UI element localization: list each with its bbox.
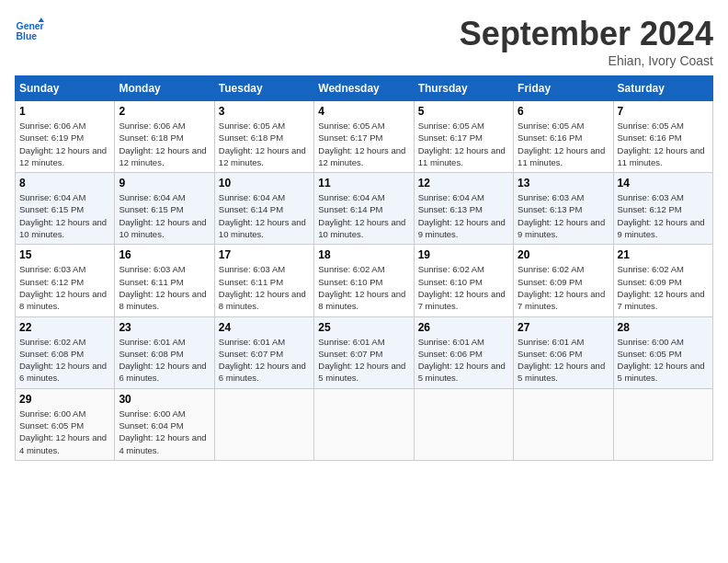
day-info: Sunrise: 6:02 AMSunset: 6:09 PMDaylight:…	[618, 263, 709, 312]
day-info: Sunrise: 6:04 AMSunset: 6:15 PMDaylight:…	[119, 191, 210, 240]
calendar-cell: 30Sunrise: 6:00 AMSunset: 6:04 PMDayligh…	[115, 388, 214, 460]
calendar-cell: 4Sunrise: 6:05 AMSunset: 6:17 PMDaylight…	[314, 101, 414, 173]
day-info: Sunrise: 6:04 AMSunset: 6:15 PMDaylight:…	[19, 191, 110, 240]
calendar-cell: 13Sunrise: 6:03 AMSunset: 6:13 PMDayligh…	[514, 173, 613, 245]
calendar-week-2: 8Sunrise: 6:04 AMSunset: 6:15 PMDaylight…	[16, 173, 713, 245]
calendar-cell: 15Sunrise: 6:03 AMSunset: 6:12 PMDayligh…	[16, 245, 115, 316]
day-number: 27	[518, 321, 609, 334]
day-info: Sunrise: 6:01 AMSunset: 6:07 PMDaylight:…	[219, 336, 310, 385]
day-number: 23	[119, 321, 210, 334]
weekday-friday: Friday	[514, 76, 613, 101]
weekday-header-row: SundayMondayTuesdayWednesdayThursdayFrid…	[16, 76, 713, 101]
day-number: 7	[618, 105, 709, 118]
day-info: Sunrise: 6:01 AMSunset: 6:08 PMDaylight:…	[119, 336, 210, 385]
day-number: 28	[618, 321, 709, 334]
day-number: 26	[418, 321, 509, 334]
calendar-table: SundayMondayTuesdayWednesdayThursdayFrid…	[15, 75, 713, 461]
weekday-wednesday: Wednesday	[314, 76, 414, 101]
day-info: Sunrise: 6:04 AMSunset: 6:13 PMDaylight:…	[418, 191, 509, 240]
calendar-cell: 21Sunrise: 6:02 AMSunset: 6:09 PMDayligh…	[613, 245, 712, 316]
day-number: 3	[219, 105, 310, 118]
calendar-cell: 14Sunrise: 6:03 AMSunset: 6:12 PMDayligh…	[613, 173, 712, 245]
day-info: Sunrise: 6:05 AMSunset: 6:18 PMDaylight:…	[219, 120, 310, 168]
day-number: 13	[518, 177, 609, 190]
day-number: 4	[318, 105, 409, 118]
calendar-cell: 3Sunrise: 6:05 AMSunset: 6:18 PMDaylight…	[214, 101, 313, 173]
calendar-cell	[214, 388, 313, 460]
day-info: Sunrise: 6:05 AMSunset: 6:17 PMDaylight:…	[418, 120, 509, 168]
calendar-week-1: 1Sunrise: 6:06 AMSunset: 6:19 PMDaylight…	[16, 101, 713, 173]
day-info: Sunrise: 6:01 AMSunset: 6:06 PMDaylight:…	[518, 336, 609, 385]
calendar-week-4: 22Sunrise: 6:02 AMSunset: 6:08 PMDayligh…	[16, 316, 713, 388]
day-info: Sunrise: 6:03 AMSunset: 6:11 PMDaylight:…	[219, 263, 310, 312]
title-block: September 2024 Ehian, Ivory Coast	[460, 15, 713, 68]
calendar-cell: 25Sunrise: 6:01 AMSunset: 6:07 PMDayligh…	[314, 316, 414, 388]
day-info: Sunrise: 6:05 AMSunset: 6:16 PMDaylight:…	[618, 120, 709, 168]
calendar-cell: 24Sunrise: 6:01 AMSunset: 6:07 PMDayligh…	[214, 316, 313, 388]
calendar-cell: 17Sunrise: 6:03 AMSunset: 6:11 PMDayligh…	[214, 245, 313, 316]
logo: General Blue	[15, 15, 44, 44]
weekday-thursday: Thursday	[414, 76, 513, 101]
calendar-cell: 2Sunrise: 6:06 AMSunset: 6:18 PMDaylight…	[115, 101, 214, 173]
day-number: 10	[219, 177, 310, 190]
calendar-cell: 27Sunrise: 6:01 AMSunset: 6:06 PMDayligh…	[514, 316, 613, 388]
calendar-cell	[314, 388, 414, 460]
day-number: 18	[318, 248, 409, 261]
calendar-cell: 28Sunrise: 6:00 AMSunset: 6:05 PMDayligh…	[613, 316, 712, 388]
day-info: Sunrise: 6:00 AMSunset: 6:05 PMDaylight:…	[618, 336, 709, 385]
day-info: Sunrise: 6:05 AMSunset: 6:17 PMDaylight:…	[318, 120, 409, 168]
day-number: 21	[618, 248, 709, 261]
day-info: Sunrise: 6:00 AMSunset: 6:04 PMDaylight:…	[119, 408, 210, 456]
calendar-week-5: 29Sunrise: 6:00 AMSunset: 6:05 PMDayligh…	[16, 388, 713, 460]
svg-marker-2	[39, 17, 44, 22]
month-title: September 2024	[460, 15, 713, 53]
day-number: 19	[418, 248, 509, 261]
weekday-sunday: Sunday	[16, 76, 115, 101]
day-info: Sunrise: 6:02 AMSunset: 6:10 PMDaylight:…	[318, 263, 409, 312]
calendar-cell: 6Sunrise: 6:05 AMSunset: 6:16 PMDaylight…	[514, 101, 613, 173]
calendar-cell	[514, 388, 613, 460]
day-number: 6	[518, 105, 609, 118]
day-number: 11	[318, 177, 409, 190]
svg-text:General: General	[17, 21, 44, 31]
day-info: Sunrise: 6:01 AMSunset: 6:07 PMDaylight:…	[318, 336, 409, 385]
svg-text:Blue: Blue	[17, 31, 38, 41]
day-number: 14	[618, 177, 709, 190]
day-info: Sunrise: 6:06 AMSunset: 6:19 PMDaylight:…	[19, 120, 110, 168]
weekday-tuesday: Tuesday	[214, 76, 313, 101]
day-number: 30	[119, 393, 210, 406]
calendar-cell: 22Sunrise: 6:02 AMSunset: 6:08 PMDayligh…	[16, 316, 115, 388]
calendar-cell: 18Sunrise: 6:02 AMSunset: 6:10 PMDayligh…	[314, 245, 414, 316]
page-header: General Blue September 2024 Ehian, Ivory…	[15, 15, 713, 68]
calendar-cell: 29Sunrise: 6:00 AMSunset: 6:05 PMDayligh…	[16, 388, 115, 460]
calendar-cell: 8Sunrise: 6:04 AMSunset: 6:15 PMDaylight…	[16, 173, 115, 245]
calendar-cell: 7Sunrise: 6:05 AMSunset: 6:16 PMDaylight…	[613, 101, 712, 173]
day-info: Sunrise: 6:03 AMSunset: 6:12 PMDaylight:…	[19, 263, 110, 312]
day-info: Sunrise: 6:03 AMSunset: 6:12 PMDaylight:…	[618, 191, 709, 240]
day-number: 29	[19, 393, 110, 406]
calendar-week-3: 15Sunrise: 6:03 AMSunset: 6:12 PMDayligh…	[16, 245, 713, 316]
calendar-cell: 19Sunrise: 6:02 AMSunset: 6:10 PMDayligh…	[414, 245, 513, 316]
day-number: 9	[119, 177, 210, 190]
day-number: 17	[219, 248, 310, 261]
day-number: 24	[219, 321, 310, 334]
day-number: 22	[19, 321, 110, 334]
day-number: 8	[19, 177, 110, 190]
calendar-cell: 12Sunrise: 6:04 AMSunset: 6:13 PMDayligh…	[414, 173, 513, 245]
day-info: Sunrise: 6:05 AMSunset: 6:16 PMDaylight:…	[518, 120, 609, 168]
day-info: Sunrise: 6:06 AMSunset: 6:18 PMDaylight:…	[119, 120, 210, 168]
location: Ehian, Ivory Coast	[460, 53, 713, 68]
weekday-saturday: Saturday	[613, 76, 712, 101]
calendar-cell: 1Sunrise: 6:06 AMSunset: 6:19 PMDaylight…	[16, 101, 115, 173]
day-number: 1	[19, 105, 110, 118]
calendar-cell: 9Sunrise: 6:04 AMSunset: 6:15 PMDaylight…	[115, 173, 214, 245]
logo-icon: General Blue	[15, 15, 44, 44]
calendar-cell: 10Sunrise: 6:04 AMSunset: 6:14 PMDayligh…	[214, 173, 313, 245]
day-number: 15	[19, 248, 110, 261]
day-number: 5	[418, 105, 509, 118]
weekday-monday: Monday	[115, 76, 214, 101]
calendar-cell: 5Sunrise: 6:05 AMSunset: 6:17 PMDaylight…	[414, 101, 513, 173]
day-number: 16	[119, 248, 210, 261]
day-number: 25	[318, 321, 409, 334]
day-info: Sunrise: 6:00 AMSunset: 6:05 PMDaylight:…	[19, 408, 110, 456]
